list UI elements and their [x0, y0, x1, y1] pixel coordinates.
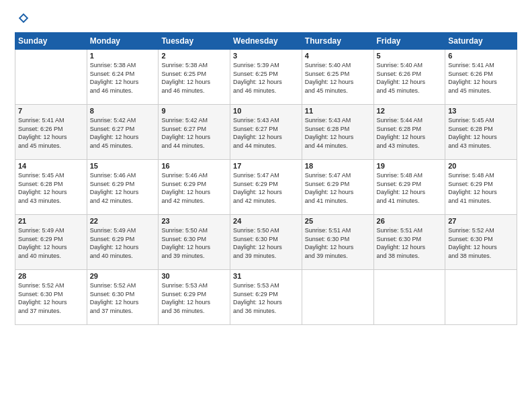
day-info: Sunrise: 5:53 AM Sunset: 6:29 PM Dayligh… — [233, 281, 299, 315]
day-number: 14 — [18, 162, 84, 170]
calendar-day-cell: 29Sunrise: 5:52 AM Sunset: 6:30 PM Dayli… — [87, 270, 159, 325]
day-info: Sunrise: 5:46 AM Sunset: 6:29 PM Dayligh… — [90, 171, 156, 205]
weekday-header-cell: Tuesday — [159, 33, 230, 50]
day-info: Sunrise: 5:52 AM Sunset: 6:30 PM Dayligh… — [18, 281, 84, 315]
day-number: 30 — [161, 272, 227, 280]
day-number: 22 — [90, 217, 156, 225]
calendar-day-cell: 26Sunrise: 5:51 AM Sunset: 6:30 PM Dayli… — [373, 215, 445, 270]
day-info: Sunrise: 5:48 AM Sunset: 6:29 PM Dayligh… — [377, 171, 443, 205]
calendar-day-cell: 15Sunrise: 5:46 AM Sunset: 6:29 PM Dayli… — [87, 160, 159, 215]
calendar-day-cell: 2Sunrise: 5:38 AM Sunset: 6:25 PM Daylig… — [159, 50, 230, 105]
day-number: 7 — [18, 107, 84, 115]
day-number: 17 — [233, 162, 299, 170]
calendar-day-cell: 20Sunrise: 5:48 AM Sunset: 6:29 PM Dayli… — [445, 160, 517, 215]
calendar-day-cell: 14Sunrise: 5:45 AM Sunset: 6:28 PM Dayli… — [15, 160, 87, 215]
day-info: Sunrise: 5:45 AM Sunset: 6:28 PM Dayligh… — [18, 171, 84, 205]
day-info: Sunrise: 5:50 AM Sunset: 6:30 PM Dayligh… — [233, 226, 299, 260]
day-number: 4 — [305, 52, 371, 60]
calendar-day-cell: 21Sunrise: 5:49 AM Sunset: 6:29 PM Dayli… — [15, 215, 87, 270]
day-number: 28 — [18, 272, 84, 280]
calendar-table: SundayMondayTuesdayWednesdayThursdayFrid… — [15, 32, 517, 325]
day-info: Sunrise: 5:48 AM Sunset: 6:29 PM Dayligh… — [448, 171, 514, 205]
day-info: Sunrise: 5:49 AM Sunset: 6:29 PM Dayligh… — [18, 226, 84, 260]
day-number: 27 — [448, 217, 514, 225]
day-number: 6 — [448, 52, 514, 60]
day-number: 3 — [233, 52, 299, 60]
day-info: Sunrise: 5:39 AM Sunset: 6:25 PM Dayligh… — [233, 61, 299, 95]
day-info: Sunrise: 5:47 AM Sunset: 6:29 PM Dayligh… — [305, 171, 371, 205]
calendar-day-cell: 19Sunrise: 5:48 AM Sunset: 6:29 PM Dayli… — [373, 160, 445, 215]
day-info: Sunrise: 5:43 AM Sunset: 6:28 PM Dayligh… — [305, 116, 371, 150]
calendar-day-cell: 9Sunrise: 5:42 AM Sunset: 6:27 PM Daylig… — [159, 105, 230, 160]
day-number: 31 — [233, 272, 299, 280]
day-number: 20 — [448, 162, 514, 170]
calendar-day-cell: 1Sunrise: 5:38 AM Sunset: 6:24 PM Daylig… — [87, 50, 159, 105]
calendar-body: 1Sunrise: 5:38 AM Sunset: 6:24 PM Daylig… — [15, 50, 517, 325]
logo — [15, 12, 30, 24]
weekday-header-cell: Friday — [373, 33, 445, 50]
day-info: Sunrise: 5:44 AM Sunset: 6:28 PM Dayligh… — [377, 116, 443, 150]
calendar-day-cell: 17Sunrise: 5:47 AM Sunset: 6:29 PM Dayli… — [230, 160, 302, 215]
day-info: Sunrise: 5:42 AM Sunset: 6:27 PM Dayligh… — [161, 116, 227, 150]
day-number: 16 — [161, 162, 227, 170]
day-number: 15 — [90, 162, 156, 170]
weekday-header-cell: Wednesday — [230, 33, 302, 50]
day-number: 19 — [377, 162, 443, 170]
day-info: Sunrise: 5:38 AM Sunset: 6:25 PM Dayligh… — [161, 61, 227, 95]
calendar-day-cell — [445, 270, 517, 325]
calendar-day-cell: 4Sunrise: 5:40 AM Sunset: 6:25 PM Daylig… — [302, 50, 373, 105]
day-info: Sunrise: 5:38 AM Sunset: 6:24 PM Dayligh… — [90, 61, 156, 95]
day-info: Sunrise: 5:40 AM Sunset: 6:26 PM Dayligh… — [377, 61, 443, 95]
day-number: 18 — [305, 162, 371, 170]
weekday-header-cell: Thursday — [302, 33, 373, 50]
calendar-day-cell: 10Sunrise: 5:43 AM Sunset: 6:27 PM Dayli… — [230, 105, 302, 160]
calendar-week-row: 28Sunrise: 5:52 AM Sunset: 6:30 PM Dayli… — [15, 270, 517, 325]
weekday-header-cell: Saturday — [445, 33, 517, 50]
calendar-day-cell: 24Sunrise: 5:50 AM Sunset: 6:30 PM Dayli… — [230, 215, 302, 270]
day-info: Sunrise: 5:47 AM Sunset: 6:29 PM Dayligh… — [233, 171, 299, 205]
day-number: 5 — [377, 52, 443, 60]
day-number: 24 — [233, 217, 299, 225]
day-info: Sunrise: 5:41 AM Sunset: 6:26 PM Dayligh… — [448, 61, 514, 95]
day-number: 26 — [377, 217, 443, 225]
header — [15, 12, 517, 24]
day-number: 12 — [377, 107, 443, 115]
calendar-day-cell — [373, 270, 445, 325]
calendar-week-row: 21Sunrise: 5:49 AM Sunset: 6:29 PM Dayli… — [15, 215, 517, 270]
day-info: Sunrise: 5:51 AM Sunset: 6:30 PM Dayligh… — [305, 226, 371, 260]
calendar-day-cell: 23Sunrise: 5:50 AM Sunset: 6:30 PM Dayli… — [159, 215, 230, 270]
day-number: 21 — [18, 217, 84, 225]
day-number: 10 — [233, 107, 299, 115]
calendar-day-cell: 18Sunrise: 5:47 AM Sunset: 6:29 PM Dayli… — [302, 160, 373, 215]
day-info: Sunrise: 5:51 AM Sunset: 6:30 PM Dayligh… — [377, 226, 443, 260]
calendar-day-cell: 12Sunrise: 5:44 AM Sunset: 6:28 PM Dayli… — [373, 105, 445, 160]
weekday-header-cell: Sunday — [15, 33, 87, 50]
calendar-week-row: 14Sunrise: 5:45 AM Sunset: 6:28 PM Dayli… — [15, 160, 517, 215]
calendar-day-cell: 16Sunrise: 5:46 AM Sunset: 6:29 PM Dayli… — [159, 160, 230, 215]
day-number: 1 — [90, 52, 156, 60]
calendar-day-cell: 3Sunrise: 5:39 AM Sunset: 6:25 PM Daylig… — [230, 50, 302, 105]
day-number: 9 — [161, 107, 227, 115]
day-info: Sunrise: 5:42 AM Sunset: 6:27 PM Dayligh… — [90, 116, 156, 150]
calendar-day-cell: 22Sunrise: 5:49 AM Sunset: 6:29 PM Dayli… — [87, 215, 159, 270]
calendar-day-cell: 7Sunrise: 5:41 AM Sunset: 6:26 PM Daylig… — [15, 105, 87, 160]
calendar-day-cell: 25Sunrise: 5:51 AM Sunset: 6:30 PM Dayli… — [302, 215, 373, 270]
calendar-day-cell — [15, 50, 87, 105]
calendar-day-cell: 5Sunrise: 5:40 AM Sunset: 6:26 PM Daylig… — [373, 50, 445, 105]
calendar-day-cell — [302, 270, 373, 325]
weekday-header-row: SundayMondayTuesdayWednesdayThursdayFrid… — [15, 33, 517, 50]
calendar-day-cell: 31Sunrise: 5:53 AM Sunset: 6:29 PM Dayli… — [230, 270, 302, 325]
day-number: 11 — [305, 107, 371, 115]
day-number: 29 — [90, 272, 156, 280]
calendar-day-cell: 11Sunrise: 5:43 AM Sunset: 6:28 PM Dayli… — [302, 105, 373, 160]
calendar-day-cell: 30Sunrise: 5:53 AM Sunset: 6:29 PM Dayli… — [159, 270, 230, 325]
day-info: Sunrise: 5:46 AM Sunset: 6:29 PM Dayligh… — [161, 171, 227, 205]
day-number: 13 — [448, 107, 514, 115]
day-info: Sunrise: 5:43 AM Sunset: 6:27 PM Dayligh… — [233, 116, 299, 150]
day-info: Sunrise: 5:50 AM Sunset: 6:30 PM Dayligh… — [161, 226, 227, 260]
day-number: 8 — [90, 107, 156, 115]
calendar-week-row: 1Sunrise: 5:38 AM Sunset: 6:24 PM Daylig… — [15, 50, 517, 105]
calendar-day-cell: 13Sunrise: 5:45 AM Sunset: 6:28 PM Dayli… — [445, 105, 517, 160]
day-info: Sunrise: 5:41 AM Sunset: 6:26 PM Dayligh… — [18, 116, 84, 150]
day-info: Sunrise: 5:53 AM Sunset: 6:29 PM Dayligh… — [161, 281, 227, 315]
